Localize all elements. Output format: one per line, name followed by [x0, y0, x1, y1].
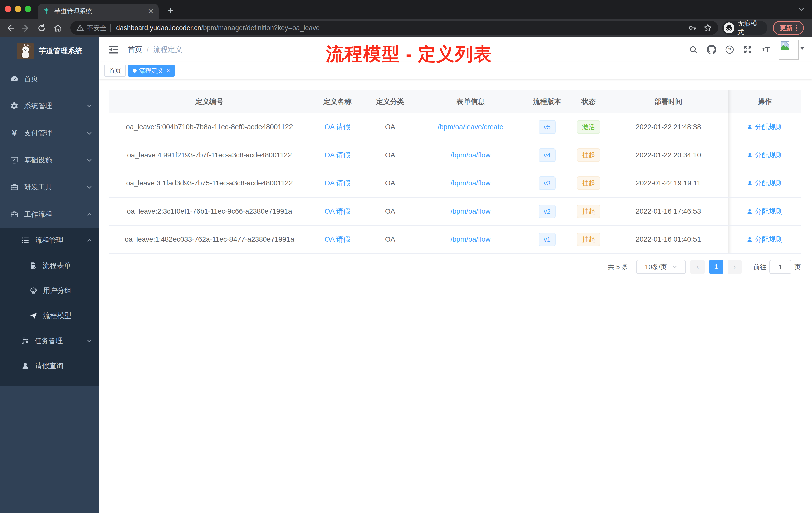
next-page-button[interactable]: › — [728, 260, 742, 274]
sidebar-item-devtools[interactable]: 研发工具 — [0, 174, 99, 201]
avatar[interactable] — [779, 40, 799, 60]
definition-name-link[interactable]: OA 请假 — [325, 207, 350, 215]
paper-plane-icon — [29, 311, 38, 320]
close-window-button[interactable] — [4, 5, 11, 12]
table-body: oa_leave:5:004b710b-7b8a-11ec-8ef0-acde4… — [109, 113, 801, 253]
chevron-down-icon — [86, 157, 92, 163]
browser-tabstrip: 芋道管理系统 ✕ + — [0, 0, 812, 19]
sidebar-item-payment[interactable]: ¥ 支付管理 — [0, 119, 99, 147]
page-size-select[interactable]: 10条/页 — [636, 260, 686, 274]
definition-category-cell: OA — [365, 197, 415, 225]
forward-button[interactable] — [19, 22, 32, 35]
assign-rule-link[interactable]: 分配规则 — [747, 207, 783, 216]
definition-name-link[interactable]: OA 请假 — [325, 151, 350, 159]
gear-icon — [10, 102, 19, 110]
tag-home[interactable]: 首页 — [105, 64, 125, 77]
broken-image-icon — [780, 41, 789, 50]
browser-menu-icon[interactable] — [796, 25, 797, 31]
password-key-icon[interactable] — [688, 24, 696, 32]
person-icon — [747, 208, 753, 214]
definition-name-link[interactable]: OA 请假 — [325, 123, 350, 131]
breadcrumb-home[interactable]: 首页 — [127, 45, 142, 55]
col-status: 状态 — [569, 90, 609, 113]
goto-page-input[interactable]: 1 — [769, 260, 791, 274]
prev-page-button[interactable]: ‹ — [691, 260, 704, 274]
definition-id-cell: oa_leave:3:1fad3d93-7b75-11ec-a3c8-acde4… — [109, 169, 310, 197]
definition-id-cell: oa_leave:4:991f2193-7b7f-11ec-a3c8-acde4… — [109, 141, 310, 169]
sidebar-item-infra[interactable]: 基础设施 — [0, 147, 99, 174]
avatar-caret-icon[interactable] — [800, 47, 805, 50]
monitor-icon — [10, 156, 19, 164]
version-badge: v2 — [539, 205, 555, 218]
assign-rule-link[interactable]: 分配规则 — [747, 178, 783, 188]
page-content: 定义编号 定义名称 定义分类 表单信息 流程版本 状态 部署时间 操作 oa_l… — [99, 79, 812, 513]
definition-table: 定义编号 定义名称 定义分类 表单信息 流程版本 状态 部署时间 操作 oa_l… — [109, 90, 801, 254]
app-title: 芋道管理系统 — [39, 46, 82, 56]
help-icon[interactable]: ? — [725, 45, 735, 55]
browser-tab[interactable]: 芋道管理系统 ✕ — [38, 3, 159, 19]
annotation-title: 流程模型 - 定义列表 — [326, 42, 492, 66]
definition-id-cell: oa_leave:2:3c1f0ef1-76b1-11ec-9c66-a2380… — [109, 197, 310, 225]
definition-category-cell: OA — [365, 141, 415, 169]
col-definition-id: 定义编号 — [109, 90, 310, 113]
form-info-link[interactable]: /bpm/oa/flow — [451, 179, 491, 187]
browser-toolbar: 不安全 dashboard.yudao.iocoder.cn/bpm/manag… — [0, 19, 812, 37]
definition-category-cell: OA — [365, 225, 415, 253]
col-deploy-time: 部署时间 — [609, 90, 728, 113]
form-icon — [29, 262, 37, 270]
browser-update-button[interactable]: 更新 — [773, 21, 804, 35]
sidebar-logo[interactable]: 芋道管理系统 — [0, 37, 99, 65]
maximize-window-button[interactable] — [25, 5, 31, 12]
tab-close-icon[interactable]: ✕ — [148, 7, 154, 15]
sidebar-item-workflow[interactable]: 工作流程 — [0, 201, 99, 228]
tree-icon — [21, 337, 29, 345]
svg-text:?: ? — [728, 47, 731, 53]
minimize-window-button[interactable] — [14, 5, 21, 12]
url-bar[interactable]: 不安全 dashboard.yudao.iocoder.cn/bpm/manag… — [70, 21, 718, 35]
sidebar-collapse-icon[interactable] — [106, 42, 121, 58]
reload-button[interactable] — [35, 22, 48, 35]
github-icon[interactable] — [706, 45, 717, 55]
form-info-link[interactable]: /bpm/oa/flow — [451, 235, 491, 243]
sidebar-item-system[interactable]: 系统管理 — [0, 92, 99, 119]
new-tab-button[interactable]: + — [164, 4, 177, 17]
sidebar-item-process-form[interactable]: 流程表单 — [0, 253, 99, 278]
sidebar-item-user-group[interactable]: 用户分组 — [0, 278, 99, 303]
window-controls[interactable] — [4, 5, 31, 12]
page-1-button[interactable]: 1 — [709, 260, 723, 274]
sidebar-item-process-mgmt[interactable]: 流程管理 — [0, 228, 99, 253]
sidebar-item-home[interactable]: 首页 — [0, 65, 99, 92]
assign-rule-link[interactable]: 分配规则 — [747, 122, 783, 132]
sidebar-item-task-mgmt[interactable]: 任务管理 — [0, 328, 99, 353]
tag-process-definition[interactable]: 流程定义 × — [128, 64, 174, 77]
form-info-link[interactable]: /bpm/oa/flow — [451, 207, 491, 215]
search-icon[interactable] — [689, 45, 698, 55]
form-info-link[interactable]: /bpm/oa/flow — [451, 151, 491, 159]
home-button[interactable] — [51, 22, 64, 35]
status-badge: 挂起 — [577, 233, 600, 246]
bookmark-star-icon[interactable] — [703, 24, 712, 32]
back-button[interactable] — [3, 22, 17, 35]
fullscreen-icon[interactable] — [743, 45, 753, 55]
sidebar: 芋道管理系统 首页 系统管理 ¥ 支付管理 — [0, 37, 99, 513]
assign-rule-link[interactable]: 分配规则 — [747, 235, 783, 244]
assign-rule-link[interactable]: 分配规则 — [747, 150, 783, 160]
sidebar-item-process-model[interactable]: 流程模型 — [0, 303, 99, 328]
font-size-icon[interactable]: TT — [761, 45, 771, 55]
version-badge: v3 — [539, 176, 555, 190]
deploy-time-cell: 2022-01-16 01:40:51 — [609, 225, 728, 253]
definition-name-link[interactable]: OA 请假 — [325, 235, 350, 243]
status-badge: 挂起 — [577, 148, 600, 162]
pagination-total: 共 5 条 — [608, 263, 628, 271]
tab-search-icon[interactable] — [798, 5, 805, 15]
status-badge: 挂起 — [577, 205, 600, 218]
sidebar-item-leave-query[interactable]: 请假查询 — [0, 353, 99, 379]
version-badge: v4 — [539, 148, 555, 162]
breadcrumb: 首页 / 流程定义 — [127, 45, 182, 55]
form-info-link[interactable]: /bpm/oa/leave/create — [438, 123, 503, 131]
url-text: dashboard.yudao.iocoder.cn/bpm/manager/d… — [116, 24, 320, 32]
tab-title: 芋道管理系统 — [54, 7, 145, 15]
definition-name-link[interactable]: OA 请假 — [325, 179, 350, 187]
tag-close-icon[interactable]: × — [167, 65, 170, 76]
table-row: oa_leave:1:482ec033-762a-11ec-8477-a2380… — [109, 225, 801, 253]
